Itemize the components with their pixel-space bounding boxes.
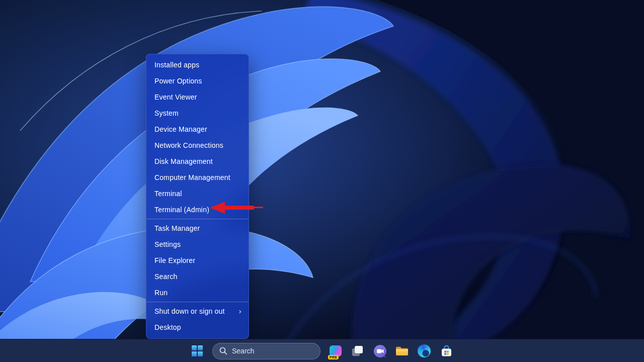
edge-icon (418, 344, 431, 357)
search-icon (219, 346, 228, 355)
menu-item-search[interactable]: Search (146, 268, 249, 285)
microsoft-store-button[interactable] (439, 344, 453, 358)
taskbar: PRE (0, 339, 644, 362)
menu-item-event-viewer[interactable]: Event Viewer (146, 89, 249, 105)
menu-item-power-options[interactable]: Power Options (146, 73, 249, 89)
menu-item-label: Network Connections (154, 141, 223, 149)
taskbar-center-group: PRE (190, 339, 453, 362)
chat-button[interactable] (373, 344, 387, 358)
chat-icon (373, 344, 387, 358)
menu-item-installed-apps[interactable]: Installed apps (146, 57, 249, 73)
menu-separator (146, 219, 249, 219)
menu-item-label: File Explorer (154, 256, 195, 264)
menu-item-run[interactable]: Run (146, 285, 249, 301)
menu-item-settings[interactable]: Settings (146, 236, 249, 252)
menu-item-label: Settings (154, 240, 181, 248)
submenu-chevron-icon: › (239, 307, 242, 315)
menu-item-label: Terminal (154, 190, 182, 198)
menu-item-label: Installed apps (154, 61, 199, 69)
menu-item-computer-management[interactable]: Computer Management (146, 169, 249, 186)
menu-item-task-manager[interactable]: Task Manager (146, 220, 249, 236)
menu-item-label: Run (154, 289, 168, 297)
menu-item-label: Event Viewer (154, 93, 197, 101)
start-button[interactable] (190, 344, 204, 358)
menu-item-shut-down-or-sign-out[interactable]: Shut down or sign out › (146, 303, 249, 319)
menu-item-label: Desktop (154, 323, 181, 331)
menu-separator (146, 302, 249, 302)
edge-button[interactable] (417, 344, 431, 358)
microsoft-store-icon (440, 344, 453, 358)
taskbar-search-box[interactable] (212, 343, 320, 359)
menu-item-disk-management[interactable]: Disk Management (146, 153, 249, 169)
copilot-preview-badge: PRE (328, 355, 339, 359)
menu-item-device-manager[interactable]: Device Manager (146, 121, 249, 137)
task-view-button[interactable] (351, 344, 365, 358)
desktop: Installed apps Power Options Event Viewe… (0, 0, 644, 362)
menu-item-system[interactable]: System (146, 105, 249, 121)
wallpaper-art (0, 0, 644, 362)
winx-context-menu: Installed apps Power Options Event Viewe… (146, 54, 249, 339)
menu-item-label: Search (154, 273, 178, 281)
menu-item-label: Device Manager (154, 125, 207, 133)
wallpaper-bloom (0, 0, 644, 362)
menu-item-file-explorer[interactable]: File Explorer (146, 252, 249, 268)
menu-item-terminal-admin[interactable]: Terminal (Admin) (146, 202, 249, 218)
menu-item-terminal[interactable]: Terminal (146, 186, 249, 202)
menu-item-label: System (154, 109, 179, 117)
search-input[interactable] (228, 347, 320, 355)
menu-item-label: Shut down or sign out (154, 307, 225, 315)
menu-item-label: Terminal (Admin) (154, 206, 209, 214)
menu-item-label: Disk Management (154, 157, 213, 165)
copilot-button[interactable]: PRE (329, 344, 343, 358)
menu-item-label: Computer Management (154, 173, 230, 182)
windows-start-icon (192, 345, 203, 356)
menu-item-label: Power Options (154, 77, 202, 85)
file-explorer-button[interactable] (395, 344, 409, 358)
menu-item-label: Task Manager (154, 224, 200, 232)
file-explorer-icon (395, 345, 409, 357)
menu-item-network-connections[interactable]: Network Connections (146, 137, 249, 153)
menu-item-desktop[interactable]: Desktop (146, 319, 249, 335)
